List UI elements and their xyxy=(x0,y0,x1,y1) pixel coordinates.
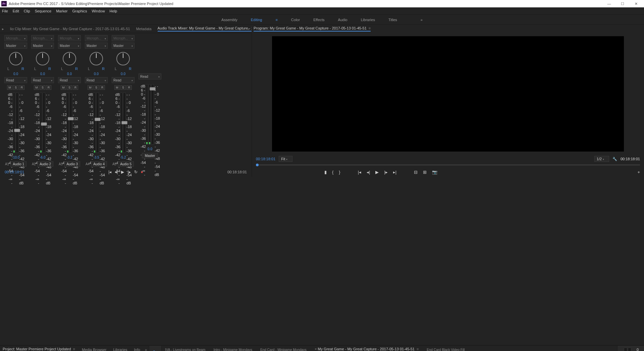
export-frame-icon[interactable]: 📷 xyxy=(432,170,437,175)
step-back-icon[interactable]: ◂| xyxy=(115,170,118,174)
panel-overflow-icon[interactable]: » xyxy=(248,27,250,31)
menu-window[interactable]: Window xyxy=(92,9,105,13)
automation-dropdown[interactable]: Read xyxy=(139,73,161,79)
step-fwd-icon[interactable]: |▸ xyxy=(384,170,387,175)
sequence-tab[interactable]: End Card - Minigame Mondays xyxy=(260,348,307,351)
m-button[interactable]: M xyxy=(34,85,39,90)
go-to-in-icon[interactable]: |◂ xyxy=(358,170,361,175)
mixer-tc-left[interactable]: 00:18:18:01 xyxy=(5,170,24,174)
sequence-tab[interactable]: IVA - Livestreams on Beam xyxy=(165,348,205,351)
r-button[interactable]: R xyxy=(46,85,51,90)
workspace-color[interactable]: Color xyxy=(291,18,300,22)
channel-name[interactable]: Audio 2 xyxy=(37,161,53,167)
menu-marker[interactable]: Marker xyxy=(56,9,67,13)
extract-icon[interactable]: ⊞ xyxy=(423,170,427,175)
tab-metadata[interactable]: Metadata xyxy=(136,27,152,31)
bracket-in-icon[interactable]: { xyxy=(332,170,333,175)
sequence-tab[interactable]: End Card Black Video Fill xyxy=(427,348,465,351)
automation-dropdown[interactable]: Read xyxy=(58,77,81,83)
panel-expand-icon[interactable]: ▸ xyxy=(2,27,4,31)
automation-dropdown[interactable]: Read xyxy=(4,77,27,83)
r-button[interactable]: R xyxy=(100,85,105,90)
menu-file[interactable]: File xyxy=(2,9,8,13)
mark-in-icon[interactable]: ▮ xyxy=(324,170,327,175)
tab-program[interactable]: Program: My Great Game - My Great Captur… xyxy=(254,26,371,32)
output-dropdown[interactable]: Master xyxy=(58,43,81,49)
s-button[interactable]: S xyxy=(67,85,72,90)
panel-menu-icon[interactable]: ≡ xyxy=(417,347,419,351)
r-button[interactable]: R xyxy=(19,85,24,90)
m-button[interactable]: M xyxy=(61,85,66,90)
menu-sequence[interactable]: Sequence xyxy=(35,9,52,13)
workspace-audio[interactable]: Audio xyxy=(338,18,347,22)
automation-dropdown[interactable]: Read xyxy=(112,77,135,83)
fader[interactable] xyxy=(43,93,45,153)
tab-clip-mixer[interactable]: lio Clip Mixer: My Great Game - My Great… xyxy=(10,27,130,31)
menu-help[interactable]: Help xyxy=(110,9,117,13)
automation-dropdown[interactable]: Read xyxy=(85,77,108,83)
program-playhead[interactable] xyxy=(256,164,259,166)
minimize-button[interactable]: — xyxy=(602,0,616,7)
pan-knob[interactable] xyxy=(90,52,103,65)
input-dropdown[interactable]: Microph... xyxy=(58,35,81,41)
lift-icon[interactable]: ⊟ xyxy=(414,170,418,175)
step-back-icon[interactable]: ◂| xyxy=(367,170,370,175)
sequence-tab[interactable]: Intro - Minigame Mondays xyxy=(213,348,252,351)
fader[interactable] xyxy=(69,93,72,153)
output-dropdown[interactable]: Master xyxy=(112,43,135,49)
m-button[interactable]: M xyxy=(114,85,120,90)
loop-icon[interactable]: ↻ xyxy=(134,170,138,174)
record-icon[interactable]: ● xyxy=(141,170,143,174)
s-button[interactable]: S xyxy=(120,85,126,90)
play-icon[interactable]: ▶ xyxy=(121,170,124,174)
automation-dropdown[interactable]: Read xyxy=(31,77,54,83)
go-to-in-icon[interactable]: |◂ xyxy=(108,170,111,174)
tab-project[interactable]: Project: Master Premiere Project Updated… xyxy=(3,347,75,351)
input-dropdown[interactable]: Microph... xyxy=(112,35,135,41)
channel-name[interactable]: Audio 4 xyxy=(91,161,107,167)
step-fwd-icon[interactable]: |▸ xyxy=(127,170,130,174)
s-button[interactable]: S xyxy=(40,85,45,90)
tab-libraries[interactable]: Libraries xyxy=(113,348,127,351)
workspace-libraries[interactable]: Libraries xyxy=(361,18,375,22)
tab-info[interactable]: Info xyxy=(134,348,140,351)
workspace-editing[interactable]: Editing xyxy=(251,18,262,22)
pan-knob[interactable] xyxy=(116,52,130,65)
menu-edit[interactable]: Edit xyxy=(13,9,19,13)
selection-tool-icon[interactable]: ▶ xyxy=(154,349,157,351)
fit-dropdown[interactable]: Fit xyxy=(279,156,292,162)
panel-menu-icon[interactable]: ≡ xyxy=(369,26,371,30)
menu-clip[interactable]: Clip xyxy=(24,9,30,13)
program-video-area[interactable] xyxy=(252,33,644,155)
s-button[interactable]: S xyxy=(13,85,18,90)
input-dropdown[interactable]: Microph... xyxy=(85,35,108,41)
workspace-effects[interactable]: Effects xyxy=(313,18,324,22)
r-button[interactable]: R xyxy=(73,85,78,90)
go-to-out-icon[interactable]: ▸| xyxy=(393,170,396,175)
menu-graphics[interactable]: Graphics xyxy=(72,9,87,13)
resolution-dropdown[interactable]: 1/2 xyxy=(594,156,609,162)
tab-media-browser[interactable]: Media Browser xyxy=(82,348,106,351)
panel-overflow-icon[interactable]: » xyxy=(145,348,147,351)
pan-knob[interactable] xyxy=(63,52,76,65)
program-tc-left[interactable]: 00:18:18:01 xyxy=(256,157,275,161)
channel-name[interactable]: Audio 5 xyxy=(118,161,134,167)
workspace-titles[interactable]: Titles xyxy=(388,18,397,22)
channel-name[interactable]: Audio 1 xyxy=(10,161,26,167)
output-dropdown[interactable]: Master xyxy=(31,43,54,49)
add-button-icon[interactable]: + xyxy=(637,170,644,175)
maximize-button[interactable]: ☐ xyxy=(616,0,629,7)
bracket-out-icon[interactable]: } xyxy=(339,170,340,175)
fader[interactable] xyxy=(16,93,18,153)
fader[interactable] xyxy=(96,93,99,153)
input-dropdown[interactable]: Microph... xyxy=(31,35,54,41)
m-button[interactable]: M xyxy=(88,85,93,90)
play-icon[interactable]: ▶ xyxy=(375,170,379,175)
channel-name[interactable]: Audio 3 xyxy=(64,161,80,167)
workspace-overflow-icon[interactable]: » xyxy=(421,18,423,22)
pan-knob[interactable] xyxy=(36,52,49,65)
workspace-editing-menu-icon[interactable]: ≡ xyxy=(275,18,277,22)
panel-menu-icon[interactable]: ≡ xyxy=(73,347,75,351)
program-scrubber[interactable] xyxy=(252,163,644,167)
sequence-tab-active[interactable]: × My Great Game - My Great Capture - 201… xyxy=(315,347,419,351)
